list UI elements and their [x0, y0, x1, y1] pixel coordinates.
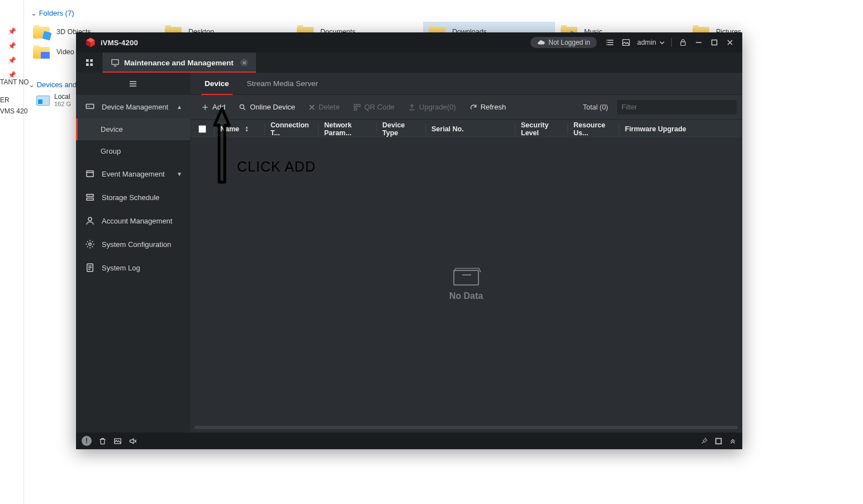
chevron-down-icon: ▼ [177, 171, 182, 177]
alert-icon[interactable]: ! [82, 436, 92, 446]
app-title: iVMS-4200 [101, 39, 138, 47]
svg-rect-12 [90, 63, 93, 66]
app-logo-icon [85, 37, 96, 48]
search-icon [239, 103, 246, 111]
upgrade-button: Upgrade(0) [402, 99, 462, 115]
svg-point-21 [89, 243, 92, 246]
main-panel: Device Stream Media Server Add Online De… [190, 73, 742, 432]
svg-point-5 [606, 44, 607, 45]
qr-icon [353, 103, 361, 111]
device-table-header: Name▲▼ Connection T... Network Param... … [190, 120, 742, 139]
apps-grid-icon [85, 58, 94, 67]
title-bar: iVMS-4200 Not Logged in admin [76, 32, 742, 53]
storage-icon [85, 192, 95, 202]
col-name[interactable]: Name [220, 125, 239, 133]
user-menu[interactable]: admin [637, 39, 665, 46]
sort-icon[interactable]: ▲▼ [245, 126, 249, 132]
svg-rect-28 [716, 438, 722, 444]
image-icon[interactable] [621, 37, 631, 47]
svg-point-16 [89, 106, 90, 107]
device-icon [85, 102, 95, 112]
close-icon[interactable] [725, 37, 735, 47]
sidebar-device-management[interactable]: Device Management ▲ [76, 95, 190, 118]
delete-button: Delete [303, 99, 345, 115]
svg-rect-26 [354, 108, 356, 110]
cloud-icon [537, 39, 545, 46]
total-count: Total (0) [576, 103, 615, 111]
svg-rect-10 [90, 59, 93, 62]
tab-maintenance[interactable]: Maintenance and Management ✕ [103, 53, 256, 73]
sidebar: Device Management ▲ Device Group Event M… [76, 73, 190, 432]
drive-icon [36, 96, 50, 106]
horizontal-scrollbar[interactable] [195, 426, 738, 429]
refresh-icon [470, 103, 477, 111]
svg-rect-11 [86, 63, 89, 66]
upload-icon [408, 103, 416, 111]
minimize-icon[interactable] [694, 37, 704, 47]
svg-rect-25 [358, 104, 360, 106]
svg-rect-18 [87, 194, 93, 197]
home-apps-button[interactable] [76, 53, 103, 73]
pin-icon: 📌 [7, 26, 18, 37]
restore-icon[interactable] [715, 438, 722, 445]
ivms-window: iVMS-4200 Not Logged in admin Maintenanc… [76, 32, 742, 449]
svg-rect-17 [87, 171, 93, 177]
lock-icon[interactable] [678, 37, 688, 47]
select-all-checkbox[interactable] [198, 125, 206, 133]
col-security[interactable]: Security Level [515, 123, 568, 135]
svg-point-23 [240, 104, 244, 108]
filter-input-wrapper[interactable] [617, 100, 737, 115]
sidebar-event-management[interactable]: Event Management ▼ [76, 162, 190, 186]
svg-point-4 [606, 42, 607, 42]
main-tabs: Device Stream Media Server [190, 73, 742, 95]
tab-stream-media-server[interactable]: Stream Media Server [238, 73, 328, 94]
online-device-button[interactable]: Online Device [233, 99, 301, 115]
col-firmware[interactable]: Firmware Upgrade [619, 123, 742, 135]
tab-close-icon[interactable]: ✕ [240, 59, 248, 66]
sidebar-toggle[interactable] [76, 73, 190, 95]
empty-box-icon [453, 270, 479, 286]
chevron-up-icon: ▲ [177, 104, 182, 110]
pin-icon: 📌 [7, 55, 18, 66]
col-resource[interactable]: Resource Us... [568, 123, 619, 135]
picture-icon[interactable] [113, 437, 122, 445]
sidebar-storage-schedule[interactable]: Storage Schedule [76, 186, 190, 209]
col-device-type[interactable]: Device Type [377, 123, 426, 135]
svg-rect-9 [86, 59, 89, 62]
list-icon[interactable] [605, 37, 615, 47]
sidebar-system-log[interactable]: System Log [76, 256, 190, 279]
trash-icon[interactable] [98, 437, 107, 445]
col-network[interactable]: Network Param... [319, 123, 377, 135]
svg-rect-7 [681, 42, 685, 45]
svg-point-15 [88, 106, 89, 107]
col-serial[interactable]: Serial No. [426, 123, 515, 135]
login-status-pill[interactable]: Not Logged in [530, 37, 597, 48]
sidebar-group[interactable]: Group [76, 140, 190, 162]
plus-icon [201, 103, 209, 111]
gear-icon [85, 239, 95, 249]
sidebar-device[interactable]: Device [76, 118, 190, 140]
pin-icon: 📌 [7, 40, 18, 51]
device-toolbar: Add Online Device Delete QR Code Upgrade… [190, 95, 742, 120]
tab-device[interactable]: Device [196, 73, 238, 94]
event-icon [85, 169, 95, 179]
pin-icon[interactable] [700, 437, 708, 445]
monitor-icon [111, 58, 120, 67]
mute-icon[interactable] [129, 437, 137, 445]
sidebar-system-configuration[interactable]: System Configuration [76, 232, 190, 256]
refresh-button[interactable]: Refresh [464, 99, 512, 115]
maximize-icon[interactable] [709, 37, 719, 47]
col-connection[interactable]: Connection T... [265, 123, 319, 135]
filter-input[interactable] [622, 103, 732, 111]
person-icon [85, 216, 95, 226]
svg-rect-13 [112, 60, 118, 65]
status-bar: ! [76, 432, 742, 449]
chevron-down-icon [660, 40, 665, 45]
folders-header[interactable]: Folders (7) [24, 7, 863, 20]
expand-up-icon[interactable] [729, 437, 737, 445]
module-tabs: Maintenance and Management ✕ [76, 53, 742, 73]
hamburger-icon [129, 79, 137, 88]
sidebar-account-management[interactable]: Account Management [76, 209, 190, 232]
log-icon [85, 263, 95, 273]
add-button[interactable]: Add [196, 99, 231, 115]
